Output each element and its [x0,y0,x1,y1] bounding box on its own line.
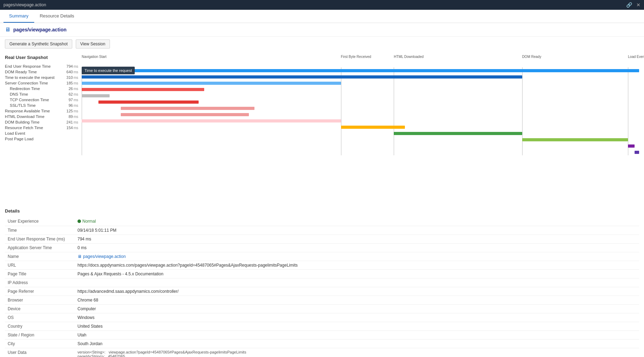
metric-value: 125ms [62,109,78,113]
details-row: Application Server Time0 ms [5,244,639,252]
metric-label: DNS Time [5,92,28,96]
details-value: Computer [75,305,639,313]
details-row: BrowserChrome 68 [5,296,639,305]
metric-value: 89ms [62,114,78,119]
details-row: CitySouth Jordan [5,340,639,348]
waterfall-bar [522,138,628,141]
milestone-label: First Byte Received [341,55,371,59]
metric-row: TCP Connection Time97ms [5,97,78,103]
metric-unit: ms [74,115,78,119]
page-icon-small: 🖥 [77,254,82,259]
view-session-button[interactable]: View Session [76,39,110,49]
details-row: IP Address [5,278,639,287]
details-row: State / RegionUtah [5,331,639,340]
status-badge: Normal [77,219,96,224]
details-label: User Experience [5,217,75,226]
details-value: Utah [75,331,639,340]
details-value: version<String>: viewpage.action?pageId=… [75,348,639,357]
tab-resource-details[interactable]: Resource Details [34,10,80,23]
details-value: 794 ms [75,235,639,244]
left-panel: Real User Snapshot End User Response Tim… [5,55,78,201]
chart-row [82,87,639,92]
chart-row [82,118,639,123]
details-label: State / Region [5,331,75,340]
chart-area: Navigation StartFirst Byte ReceivedHTML … [82,55,639,201]
details-label: URL [5,261,75,270]
tabs-bar: Summary Resource Details [0,10,644,23]
metric-label: Time to execute the request [5,75,54,80]
chart-row [82,74,639,79]
metric-row: Load Event [5,131,78,136]
metric-row: Response Available Time125ms [5,108,78,114]
metric-value: 640ms [62,70,78,74]
metric-unit: ms [74,120,78,124]
page-header: 🖥 pages/viewpage.action [0,23,644,37]
close-icon[interactable]: ✕ [636,2,641,8]
chart-row [82,81,639,85]
details-value: United States [75,322,639,331]
page-icon: 🖥 [5,27,10,33]
metric-label: Response Available Time [5,109,50,113]
chart-row [82,125,639,129]
milestone-label: HTML Downloaded [394,55,423,59]
metric-label: DOM Building Time [5,120,39,124]
details-label: Browser [5,296,75,305]
waterfall-bar [82,69,639,72]
details-value: 0 ms [75,244,639,252]
action-bar: Generate a Synthetic Snapshot View Sessi… [0,37,644,51]
details-row: DeviceComputer [5,305,639,313]
metric-row: Server Connection Time185ms [5,80,78,86]
metric-row: HTML Download Time89ms [5,114,78,119]
chart-row [82,143,639,148]
metric-label: Post Page Load [5,137,34,141]
metric-label: Redirection Time [5,87,40,91]
metric-label: HTML Download Time [5,114,44,119]
details-row: Page TitlePages & Ajax Requests - 4.5.x … [5,270,639,278]
status-dot [77,220,81,223]
tab-summary[interactable]: Summary [3,10,34,23]
metric-value: 794ms [62,64,78,68]
metric-unit: ms [74,87,78,91]
waterfall-bar [82,88,204,91]
details-row: User ExperienceNormal [5,217,639,226]
metric-unit: ms [74,98,78,102]
details-table: User ExperienceNormalTime09/14/18 5:01:1… [5,217,639,357]
details-value[interactable]: 🖥pages/viewpage.action [75,252,639,261]
details-label: Page Title [5,270,75,278]
waterfall-bar [82,119,341,122]
generate-snapshot-button[interactable]: Generate a Synthetic Snapshot [5,39,72,49]
metric-row: DNS Time62ms [5,91,78,97]
details-label: Application Server Time [5,244,75,252]
details-value: https://docs.appdynamics.com/pages/viewp… [75,261,639,270]
details-link[interactable]: pages/viewpage.action [83,254,126,259]
waterfall-bar [121,107,254,110]
details-label: Page Referrer [5,287,75,296]
details-row: Time09/14/18 5:01:11 PM [5,226,639,235]
waterfall-bar [82,75,522,79]
main-content: Real User Snapshot End User Response Tim… [0,51,644,205]
metric-value: 185ms [62,81,78,85]
chart-row [82,99,639,104]
details-label: End User Response Time (ms) [5,235,75,244]
link-icon[interactable]: 🔗 [626,2,632,8]
chart-body: Time to execute the request [82,67,639,159]
metric-unit: ms [74,70,78,74]
details-value: https://advancedmd.saas.appdynamics.com/… [75,287,639,296]
details-label: Time [5,226,75,235]
page-title: pages/viewpage.action [13,27,67,32]
details-row: Page Referrerhttps://advancedmd.saas.app… [5,287,639,296]
metric-unit: ms [74,65,78,68]
metric-row: Time to execute the request310ms [5,75,78,80]
chart-row [82,137,639,142]
milestone: DOM Ready [522,55,541,59]
metric-label: Server Connection Time [5,81,48,85]
metric-value: 241ms [62,120,78,124]
chart-row [82,106,639,111]
milestone: First Byte Received [341,55,371,59]
milestone-label: Navigation Start [82,55,106,59]
metric-label: Resource Fetch Time [5,126,43,130]
details-value: 09/14/18 5:01:11 PM [75,226,639,235]
details-title: Details [5,208,639,214]
metric-unit: ms [74,109,78,113]
details-value: Chrome 68 [75,296,639,305]
